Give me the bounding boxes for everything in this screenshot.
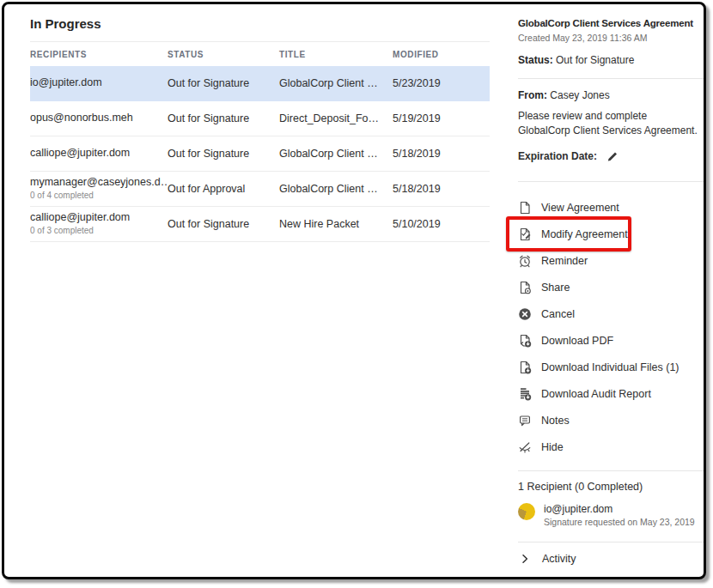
recipient-item: io@jupiter.dom Signature requested on Ma… (518, 503, 706, 527)
from-label: From: (518, 89, 547, 101)
agreement-actions-list: View AgreementModify AgreementReminderSh… (518, 194, 706, 460)
action-notes[interactable]: Notes (518, 407, 706, 433)
modify-agreement-icon (518, 227, 532, 241)
column-header-status[interactable]: Status (168, 50, 279, 59)
cell-modified: 5/23/2019 (393, 77, 490, 89)
divider (518, 470, 706, 471)
column-header-modified[interactable]: Modified (393, 50, 490, 59)
action-label: Reminder (541, 255, 588, 267)
action-label: Cancel (541, 308, 575, 320)
completion-progress-text: 0 of 4 completed (30, 191, 168, 202)
download-files-icon (518, 361, 532, 374)
recipient-status: Signature requested on May 23, 2019 (544, 517, 695, 527)
divider (518, 78, 706, 79)
table-row[interactable]: mymanager@caseyjones.d…0 of 4 completedO… (30, 172, 490, 207)
action-label: Modify Agreement (541, 228, 628, 240)
action-view-agreement[interactable]: View Agreement (518, 194, 706, 221)
cell-status: Out for Signature (168, 218, 279, 230)
action-label: Download Individual Files (1) (541, 361, 679, 373)
recipient-email-text: opus@nonorbus.meh (30, 112, 168, 125)
table-row[interactable]: calliope@jupiter.domOut for SignatureGlo… (30, 136, 490, 172)
cell-title: GlobalCorp Client … (279, 148, 393, 160)
table-row[interactable]: io@jupiter.domOut for SignatureGlobalCor… (30, 66, 490, 101)
download-pdf-icon (518, 334, 532, 348)
cell-recipient: opus@nonorbus.meh (30, 112, 168, 125)
action-label: Share (541, 282, 570, 294)
notes-icon (518, 414, 532, 427)
cell-status: Out for Signature (168, 77, 279, 89)
cell-modified: 5/10/2019 (393, 218, 490, 230)
page-title: In Progress (30, 16, 490, 31)
recipient-email-text: calliope@jupiter.dom (30, 147, 168, 161)
cell-title: New Hire Packet (279, 218, 393, 230)
expiration-line: Expiration Date: (518, 149, 706, 163)
agreements-list-pane: In Progress Recipients Status Title Modi… (30, 13, 490, 242)
cell-recipient: calliope@jupiter.dom0 of 3 completed (30, 211, 168, 236)
action-download-pdf[interactable]: Download PDF (518, 327, 706, 354)
cell-modified: 5/18/2019 (393, 148, 490, 160)
cell-status: Out for Signature (168, 112, 279, 124)
table-row[interactable]: calliope@jupiter.dom0 of 3 completedOut … (30, 207, 490, 242)
action-label: Download PDF (541, 335, 613, 347)
cell-status: Out for Signature (168, 148, 279, 160)
status-label: Status: (518, 54, 553, 66)
cell-title: GlobalCorp Client … (279, 77, 393, 89)
cell-status: Out for Approval (168, 183, 279, 195)
divider (518, 542, 706, 543)
completion-progress-text: 0 of 3 completed (30, 226, 168, 237)
cell-recipient: mymanager@caseyjones.d…0 of 4 completed (30, 176, 168, 201)
reminder-icon (518, 254, 532, 268)
action-reminder[interactable]: Reminder (518, 247, 706, 274)
status-value: Out for Signature (556, 54, 634, 66)
recipient-email-text: calliope@jupiter.dom (30, 211, 168, 225)
action-label: Download Audit Report (541, 388, 651, 400)
recipient-avatar (518, 503, 535, 520)
action-share[interactable]: Share (518, 274, 706, 300)
from-value: Casey Jones (550, 89, 609, 101)
action-hide[interactable]: Hide (518, 433, 706, 460)
column-header-recipients[interactable]: Recipients (30, 50, 168, 59)
share-icon (518, 281, 532, 294)
recipient-email-text: io@jupiter.dom (30, 76, 168, 90)
action-label: Notes (541, 415, 570, 427)
cell-title: Direct_Deposit_Fo… (279, 112, 393, 124)
cell-modified: 5/18/2019 (393, 183, 490, 195)
cell-recipient: io@jupiter.dom (30, 76, 168, 90)
agreement-details-pane: GlobalCorp Client Services Agreement Cre… (518, 9, 706, 566)
table-row[interactable]: opus@nonorbus.mehOut for SignatureDirect… (30, 101, 490, 136)
cell-recipient: calliope@jupiter.dom (30, 147, 168, 161)
agreement-title: GlobalCorp Client Services Agreement (518, 18, 706, 28)
view-agreement-icon (518, 201, 532, 215)
from-line: From: Casey Jones (518, 89, 706, 101)
hide-icon (518, 440, 532, 454)
agreement-message: Please review and complete GlobalCorp Cl… (518, 109, 698, 138)
app-window: In Progress Recipients Status Title Modi… (2, 2, 706, 579)
created-timestamp: Created May 23, 2019 11:36 AM (518, 33, 706, 43)
activity-expander[interactable]: Activity (518, 552, 706, 566)
status-line: Status: Out for Signature (518, 54, 706, 66)
recipient-email-text: mymanager@caseyjones.d… (30, 176, 168, 190)
chevron-right-icon (518, 552, 532, 566)
table-header: Recipients Status Title Modified (30, 41, 490, 66)
column-header-title[interactable]: Title (279, 50, 393, 59)
action-download-audit-report[interactable]: Download Audit Report (518, 380, 706, 407)
recipient-email: io@jupiter.dom (544, 503, 695, 515)
action-label: Hide (541, 441, 564, 453)
agreements-table-body: io@jupiter.domOut for SignatureGlobalCor… (30, 66, 490, 242)
cell-title: GlobalCorp Client … (279, 183, 393, 195)
edit-expiration-pencil-icon[interactable] (606, 149, 619, 163)
cell-modified: 5/19/2019 (393, 112, 490, 124)
download-audit-icon (518, 387, 532, 401)
action-modify-agreement[interactable]: Modify Agreement (518, 221, 706, 247)
divider (518, 181, 706, 182)
cancel-icon (518, 307, 532, 321)
action-label: View Agreement (541, 202, 619, 214)
action-cancel[interactable]: Cancel (518, 300, 706, 327)
activity-label: Activity (542, 553, 576, 565)
expiration-label: Expiration Date: (518, 150, 597, 162)
recipients-header: 1 Recipient (0 Completed) (518, 481, 706, 493)
action-download-individual-files-1[interactable]: Download Individual Files (1) (518, 354, 706, 380)
screenshot: In Progress Recipients Status Title Modi… (0, 0, 713, 588)
